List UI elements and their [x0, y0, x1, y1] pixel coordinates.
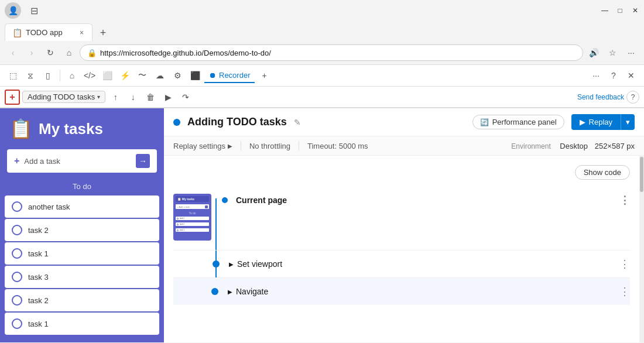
recording-name-selector[interactable]: Adding TODO tasks ▾ — [22, 91, 105, 103]
new-tab-button[interactable]: + — [95, 25, 111, 41]
environment-section: Environment Desktop 252×587 px — [511, 142, 635, 150]
environment-label: Environment — [511, 142, 550, 150]
elements-tab-icon[interactable]: ⌂ — [64, 67, 80, 84]
device-toolbar-icon[interactable]: ⧖ — [22, 67, 39, 84]
help-devtools-icon[interactable]: ? — [605, 67, 622, 84]
recording-dropdown-arrow: ▾ — [97, 94, 100, 100]
replay-settings-label-text: Replay settings — [173, 142, 225, 150]
current-page-more-icon[interactable]: ⋮ — [619, 194, 630, 207]
performance-panel-button[interactable]: 🔄 Performance panel — [472, 115, 564, 129]
replay-button-group: ▶ Replay ▾ — [571, 114, 635, 130]
task-item[interactable]: task 1 — [5, 242, 159, 265]
task-label: task 2 — [28, 296, 49, 305]
delete-step-icon[interactable]: 🗑 — [143, 90, 158, 105]
security-tab-icon[interactable]: ⬛ — [187, 67, 203, 84]
recording-name-label: Adding TODO tasks — [28, 92, 95, 101]
inspect-element-icon[interactable]: ⬚ — [5, 67, 21, 84]
navigate-more-icon[interactable]: ⋮ — [619, 285, 630, 298]
move-up-icon[interactable]: ↑ — [108, 90, 123, 105]
read-aloud-icon[interactable]: 🔊 — [585, 44, 602, 61]
home-button[interactable]: ⌂ — [61, 44, 77, 61]
replay-play-icon: ▶ — [580, 118, 585, 126]
navigate-arrow[interactable]: ▶ — [228, 289, 232, 295]
edit-title-icon[interactable]: ✎ — [294, 118, 301, 127]
tab-title: TODO app — [26, 28, 75, 37]
task-checkbox[interactable] — [12, 272, 22, 282]
recorder-tab-label: Recorder — [219, 71, 250, 80]
settings-divider-2 — [299, 141, 299, 150]
play-step-icon[interactable]: ▶ — [160, 90, 176, 105]
minimize-button[interactable]: — — [601, 6, 609, 15]
todo-app-title: My tasks — [39, 120, 103, 138]
add-step-button[interactable]: + — [5, 90, 20, 105]
set-viewport-title: ▶ Set viewport ⋮ — [229, 258, 630, 270]
show-code-button[interactable]: Show code — [575, 165, 630, 180]
tab-close-button[interactable]: × — [78, 28, 85, 38]
replay-settings-arrow: ▶ — [228, 143, 232, 149]
send-feedback-link[interactable]: Send feedback — [577, 93, 624, 101]
task-item[interactable]: task 3 — [5, 266, 159, 288]
skip-step-icon[interactable]: ↷ — [178, 90, 193, 105]
close-devtools-icon[interactable]: ✕ — [623, 67, 639, 84]
replay-dropdown-button[interactable]: ▾ — [621, 114, 635, 130]
add-task-arrow-icon: → — [136, 154, 150, 168]
performance-tab-icon[interactable]: 〜 — [134, 67, 150, 84]
scrollbar-thumb[interactable] — [640, 157, 643, 192]
task-checkbox[interactable] — [12, 295, 22, 306]
more-devtools-icon[interactable]: ··· — [588, 67, 604, 84]
task-checkbox[interactable] — [12, 201, 22, 212]
task-item[interactable]: task 2 — [5, 289, 159, 311]
favorites-icon[interactable]: ☆ — [604, 44, 621, 61]
set-viewport-arrow[interactable]: ▶ — [229, 261, 234, 267]
task-checkbox[interactable] — [12, 248, 22, 259]
memory-tab-icon[interactable]: ☁ — [152, 67, 168, 84]
timeline-item-set-viewport: ▶ Set viewport ⋮ — [173, 250, 630, 277]
sidebar-toggle[interactable]: ⊟ — [26, 2, 42, 19]
current-page-dot — [221, 196, 229, 204]
task-label: another task — [28, 203, 70, 211]
add-panel-icon[interactable]: + — [256, 67, 272, 84]
application-tab-icon[interactable]: ⚙ — [169, 67, 186, 84]
refresh-button[interactable]: ↻ — [42, 44, 59, 61]
profile-icon[interactable]: 👤 — [5, 2, 21, 19]
network-tab-icon[interactable]: ⚡ — [117, 67, 133, 84]
recorder-tab[interactable]: ⏺ Recorder — [204, 68, 255, 83]
performance-panel-label: Performance panel — [492, 118, 557, 126]
back-button[interactable]: ‹ — [5, 44, 21, 61]
recording-title: Adding TODO tasks — [187, 116, 287, 128]
more-options-icon[interactable]: ··· — [623, 44, 639, 61]
set-viewport-content: ▶ Set viewport ⋮ — [220, 258, 630, 270]
timeline-items: 📋 My tasks + Add a task To do task 2 tas… — [173, 187, 630, 305]
forward-button[interactable]: › — [23, 44, 40, 61]
tab-icon: 📋 — [12, 28, 22, 37]
recorder-header: Adding TODO tasks ✎ 🔄 Performance panel … — [164, 108, 644, 136]
task-checkbox[interactable] — [12, 318, 22, 329]
task-item[interactable]: task 2 — [5, 219, 159, 241]
scrollbar-track[interactable] — [639, 156, 644, 342]
task-item[interactable]: another task — [5, 195, 159, 218]
help-button[interactable]: ? — [626, 91, 639, 104]
recorder-icon: ⏺ — [209, 71, 217, 80]
page-thumbnail: 📋 My tasks + Add a task To do task 2 tas… — [173, 194, 211, 241]
add-task-button[interactable]: + Add a task → — [7, 149, 157, 173]
performance-panel-icon: 🔄 — [480, 118, 489, 126]
recording-status-dot — [173, 119, 180, 126]
replay-main-button[interactable]: ▶ Replay — [571, 114, 621, 130]
address-bar[interactable]: 🔒 https://microsoftedge.github.io/Demos/… — [80, 44, 583, 61]
sources-tab-icon[interactable]: ⬜ — [99, 67, 115, 84]
console-tab-icon[interactable]: </> — [81, 67, 98, 84]
close-devtools-sidebar-icon[interactable]: ▯ — [40, 67, 56, 84]
browser-tab[interactable]: 📋 TODO app × — [5, 23, 93, 41]
move-down-icon[interactable]: ↓ — [125, 90, 141, 105]
navigate-dot — [211, 288, 218, 295]
timeline-container: Show code 📋 My tasks — [164, 156, 639, 342]
task-checkbox[interactable] — [12, 225, 22, 235]
replay-settings-toggle[interactable]: Replay settings ▶ — [173, 142, 232, 150]
settings-divider — [241, 141, 241, 150]
task-item[interactable]: task 1 — [5, 313, 159, 335]
recorder-panel: Adding TODO tasks ✎ 🔄 Performance panel … — [164, 108, 644, 342]
maximize-button[interactable]: □ — [616, 6, 624, 15]
task-label: task 2 — [28, 226, 49, 235]
close-button[interactable]: ✕ — [631, 6, 639, 15]
set-viewport-more-icon[interactable]: ⋮ — [619, 258, 630, 270]
